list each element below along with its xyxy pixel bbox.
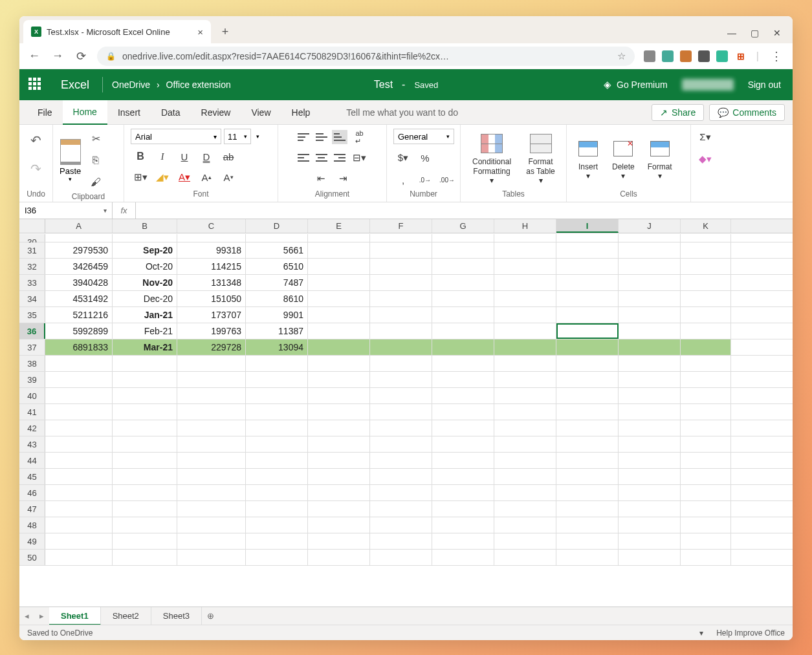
cell[interactable] (619, 234, 681, 242)
cell[interactable] (494, 404, 556, 420)
cell[interactable] (113, 469, 177, 484)
cell[interactable] (432, 242, 494, 258)
cell[interactable] (619, 323, 681, 339)
cell[interactable] (681, 291, 731, 306)
cell[interactable]: Sep-20 (113, 242, 177, 258)
row-header[interactable]: 32 (19, 259, 45, 274)
clear-button[interactable]: ◆▾ (696, 151, 715, 167)
cell[interactable] (681, 469, 731, 484)
cell[interactable] (308, 453, 370, 468)
help-improve-link[interactable]: Help Improve Office (716, 628, 785, 638)
cell[interactable] (494, 501, 556, 517)
cell[interactable] (681, 404, 731, 420)
cell[interactable]: 173707 (177, 307, 246, 323)
cell[interactable]: 6510 (246, 259, 308, 274)
cell[interactable] (432, 533, 494, 549)
cell[interactable] (432, 339, 494, 355)
cell[interactable] (494, 339, 556, 355)
cell[interactable] (45, 485, 113, 500)
cell[interactable] (308, 339, 370, 355)
cell[interactable] (556, 501, 619, 517)
cell[interactable] (370, 275, 432, 290)
cell[interactable] (681, 388, 731, 403)
cell[interactable] (494, 356, 556, 371)
cell[interactable] (177, 485, 246, 500)
cell[interactable]: Dec-20 (113, 291, 177, 306)
cell[interactable] (177, 469, 246, 484)
cell[interactable] (494, 323, 556, 339)
cell[interactable] (432, 517, 494, 533)
cell[interactable] (113, 436, 177, 452)
cell[interactable] (370, 404, 432, 420)
cell[interactable] (177, 388, 246, 403)
comments-button[interactable]: 💬 Comments (709, 104, 785, 121)
row-header[interactable]: 37 (19, 339, 45, 355)
cell[interactable] (113, 550, 177, 565)
close-window-icon[interactable]: ✕ (773, 28, 781, 38)
cell[interactable]: Jan-21 (113, 307, 177, 323)
cell[interactable] (370, 436, 432, 452)
column-header[interactable]: E (308, 219, 370, 233)
cell[interactable] (113, 533, 177, 549)
cell[interactable] (681, 356, 731, 371)
cell[interactable]: 99318 (177, 242, 246, 258)
extension-icon[interactable] (662, 50, 674, 62)
cell[interactable] (432, 420, 494, 436)
column-header[interactable]: B (113, 219, 177, 233)
cell[interactable] (556, 259, 619, 274)
row-header[interactable]: 46 (19, 485, 45, 500)
cell[interactable] (681, 436, 731, 452)
cell[interactable] (45, 404, 113, 420)
user-info[interactable] (682, 79, 734, 91)
cell[interactable] (177, 404, 246, 420)
extension-icon[interactable] (716, 50, 728, 62)
cell[interactable] (494, 420, 556, 436)
cell[interactable] (45, 420, 113, 436)
cell[interactable] (45, 453, 113, 468)
row-header[interactable]: 48 (19, 517, 45, 533)
borders-button[interactable]: ⊞▾ (131, 169, 150, 186)
tab-review[interactable]: Review (191, 100, 241, 125)
format-as-table-button[interactable]: Format as Table ▾ (521, 133, 560, 185)
cell[interactable]: 5661 (246, 242, 308, 258)
cell[interactable] (432, 469, 494, 484)
cell[interactable] (619, 517, 681, 533)
cell[interactable] (370, 291, 432, 306)
cell[interactable] (681, 275, 731, 290)
align-bottom-button[interactable] (332, 130, 347, 144)
cell[interactable] (556, 372, 619, 387)
cell[interactable] (177, 356, 246, 371)
font-name-select[interactable]: Arial▾ (131, 129, 221, 144)
extension-icon[interactable] (698, 50, 710, 62)
grow-font-button[interactable]: A▴ (197, 169, 216, 186)
cell[interactable] (556, 356, 619, 371)
cell[interactable] (619, 404, 681, 420)
tab-insert[interactable]: Insert (107, 100, 151, 125)
cell[interactable] (556, 533, 619, 549)
cell[interactable] (370, 469, 432, 484)
cell[interactable] (308, 550, 370, 565)
row-header[interactable]: 36 (19, 323, 45, 339)
cell[interactable] (113, 501, 177, 517)
cell[interactable] (556, 291, 619, 306)
cell[interactable]: Mar-21 (113, 339, 177, 355)
add-sheet-button[interactable]: ⊕ (202, 608, 219, 625)
font-size-select[interactable]: 11▾ (224, 129, 251, 144)
cell[interactable] (556, 550, 619, 565)
cell[interactable] (681, 259, 731, 274)
cell[interactable] (681, 485, 731, 500)
cell[interactable] (494, 388, 556, 403)
cell[interactable]: 9901 (246, 307, 308, 323)
share-button[interactable]: ↗ Share (652, 104, 704, 121)
undo-button[interactable]: ↶ (27, 129, 45, 152)
cell[interactable] (45, 356, 113, 371)
cell[interactable] (619, 275, 681, 290)
cell[interactable] (494, 436, 556, 452)
address-bar[interactable]: 🔒 onedrive.live.com/edit.aspx?resid=7AAE… (97, 47, 635, 66)
percent-button[interactable]: % (415, 149, 435, 166)
name-box[interactable]: I36▾ (19, 202, 113, 219)
align-top-button[interactable] (296, 130, 311, 144)
cell[interactable] (432, 307, 494, 323)
cell[interactable] (177, 453, 246, 468)
cell[interactable] (308, 388, 370, 403)
